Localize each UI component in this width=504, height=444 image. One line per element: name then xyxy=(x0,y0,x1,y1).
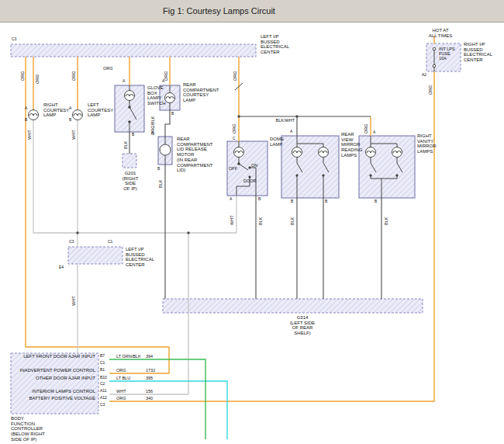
rvm-reading-lamps-label: REAR VIEW MIRROR READING LAMPS xyxy=(341,132,362,158)
bfc-wire-color-394: LT GRN/BLK xyxy=(116,354,144,359)
bfc-pin-b1: B1 xyxy=(100,368,111,373)
bfc-wire-color-156: WHT xyxy=(116,389,144,394)
wire-label-org-vanity: ORG xyxy=(364,123,368,134)
connector-c3-mid-bec: C3 xyxy=(69,240,80,245)
bfc-connector-c3: C3 xyxy=(100,403,111,408)
bfc-input-battery-positive: BATTERY POSITIVE VOLTAGE xyxy=(12,396,95,401)
dome-switch-off: OFF xyxy=(229,166,237,171)
connector-c1-mid-bec: C1 xyxy=(108,240,119,245)
pin-b-right-lamp: B xyxy=(25,118,36,123)
pin-a2-fuse: A2 xyxy=(422,73,433,78)
wire-label-org-5: ORG xyxy=(233,71,237,81)
pin-a-motor: A xyxy=(151,131,162,136)
bfc-pin-b10: B10 xyxy=(100,376,111,380)
rvm-reading-lamps-box xyxy=(281,136,339,198)
wire-label-blk-glove: BLK xyxy=(123,141,128,149)
rvm-lamp-symbol-1 xyxy=(292,147,302,158)
wire-label-org-dome: ORG xyxy=(232,123,236,134)
dome-lamp-label: DOME LAMP xyxy=(270,137,284,147)
pin-b-rvm-2: B xyxy=(325,199,336,204)
left-courtesy-lamp-label: LEFT COURTESY LAMP xyxy=(88,102,113,118)
wire-label-org-3: ORG xyxy=(71,71,76,81)
wire-orgblk-to-motor xyxy=(165,110,170,137)
body-function-controller-label: BODY FUNCTION CONTROLLER (BELOW RIGHT SI… xyxy=(11,416,65,442)
wire-label-org-fuse: ORG xyxy=(428,85,433,95)
bfc-connector-c2: C2 xyxy=(100,382,111,387)
left-ip-bec-mid-box xyxy=(68,247,123,264)
wire-label-wht-1: WHT xyxy=(27,130,32,140)
g201-label: G201 (RIGHT SIDE OF IP) xyxy=(116,171,144,192)
lid-release-motor-label: REAR COMPARTMENT LID RELEASE MOTOR (IN R… xyxy=(177,137,212,173)
bfc-circuit-395: 395 xyxy=(146,376,163,380)
pin-a-dome: A xyxy=(230,197,240,202)
rear-compartment-lamp-label: REAR COMPARTMENT COURTESY LAMP xyxy=(183,82,219,103)
wire-label-blk-vanity: BLK xyxy=(384,217,388,225)
bfc-pin-b7: B7 xyxy=(100,354,111,359)
pin-c-dome: C xyxy=(233,137,243,141)
pin-b-motor: B xyxy=(157,167,168,172)
rear-compartment-lamp-symbol xyxy=(165,93,175,103)
pin-a-vanity: A xyxy=(373,130,384,135)
connector-e4-mid-bec: E4 xyxy=(59,265,70,270)
int-lps-fuse-label: INT LPS FUSE 10A xyxy=(439,47,461,61)
bfc-circuit-156: 156 xyxy=(146,389,163,394)
pin-b-rvm-1: B xyxy=(291,199,302,204)
pin-a-left-lamp: A xyxy=(69,106,80,111)
left-ip-bec-top-box xyxy=(11,44,256,57)
right-ip-bec-label: RIGHT I/P BUSSED ELECTRICAL CENTER xyxy=(464,42,502,63)
bfc-connector-c1: C1 xyxy=(100,361,111,366)
hot-at-all-times-label: HOT AT ALL TIMES xyxy=(422,28,459,38)
rvm-lamp-symbol-2 xyxy=(319,147,329,158)
dome-switch-on: ON xyxy=(251,163,257,168)
wire-label-blk-dome: BLK xyxy=(258,217,263,225)
bfc-pin-a11: A11 xyxy=(100,389,111,394)
g314-label: G314 (LEFT SIDE OF REAR SHELF) xyxy=(281,315,324,336)
wire-label-blk-wht: BLK/WHT xyxy=(267,118,295,123)
dome-switch-door: DOOR xyxy=(243,179,257,183)
g201-ground-box xyxy=(123,154,136,168)
pin-b-left-lamp: B xyxy=(69,118,80,123)
bfc-circuit-394: 394 xyxy=(146,354,163,359)
bfc-input-left-front-door-ajar: LEFT FRONT DOOR AJAR INPUT xyxy=(12,354,95,359)
bfc-input-interior-lamps: INTERIOR LAMPS CONTROL xyxy=(12,389,95,394)
bfc-wire-color-340: ORG xyxy=(116,396,144,401)
g314-ground-bar xyxy=(163,299,423,313)
wire-label-org-1: ORG xyxy=(20,71,25,81)
bfc-wire-color-1732: ORG xyxy=(116,368,144,373)
pin-a-glove-box: A xyxy=(123,79,133,84)
glove-box-label: GLOVE BOX LAMP/ SWITCH xyxy=(147,85,166,106)
wire-label-blk-motor: BLK xyxy=(158,180,163,188)
right-courtesy-lamp-label: RIGHT COURTESY LAMP xyxy=(43,102,69,118)
figure-page: Fig 1: Courtesy Lamps Circuit xyxy=(0,0,504,444)
bfc-input-other-door-ajar: OTHER DOOR AJAR INPUT xyxy=(12,376,95,381)
bfc-input-inadvertent-power: INADVERTENT POWER CONTROL xyxy=(12,368,95,373)
wire-label-blk-rvm: BLK xyxy=(290,217,295,225)
wire-label-org-2: ORG xyxy=(35,74,40,84)
pin-b-dome: B xyxy=(258,197,269,202)
connector-c3-top-bus: C3 xyxy=(12,37,22,42)
body-function-controller-box xyxy=(11,353,98,414)
wire-label-wht-mid: WHT xyxy=(71,296,76,306)
glove-box-lamp-symbol xyxy=(125,91,135,101)
pin-b-rear-lamp: B xyxy=(171,112,182,116)
bfc-wire-color-395: LT BLU xyxy=(116,376,144,380)
bfc-circuit-340: 340 xyxy=(146,396,163,401)
pin-b-vanity: B xyxy=(375,199,385,204)
vanity-lamp-symbol-1 xyxy=(366,147,376,158)
left-ip-bec-mid-label: LEFT I/P BUSSED ELECTRICAL CENTER xyxy=(126,247,154,268)
pin-a-rear-lamp: A xyxy=(162,79,173,84)
wire-label-org-glove: ORG xyxy=(103,66,113,71)
pin-b-glove-box: B xyxy=(132,133,143,137)
left-ip-bec-top-label: LEFT I/P BUSSED ELECTRICAL CENTER xyxy=(261,34,307,55)
dome-lamp-symbol xyxy=(234,147,244,158)
vanity-mirror-lamps-label: RIGHT VANITY MIRROR LAMPS xyxy=(417,134,436,154)
pin-a-rvm: A xyxy=(290,130,301,134)
pin-a-right-lamp: A xyxy=(25,106,36,111)
bfc-circuit-1732: 1732 xyxy=(146,368,163,373)
vanity-mirror-lamps-box xyxy=(359,136,415,198)
wire-label-wht-dome: WHT xyxy=(230,215,234,225)
bfc-pin-a12: A12 xyxy=(100,396,111,401)
vanity-lamp-symbol-2 xyxy=(392,147,402,158)
wire-label-wht-2: WHT xyxy=(71,130,76,140)
